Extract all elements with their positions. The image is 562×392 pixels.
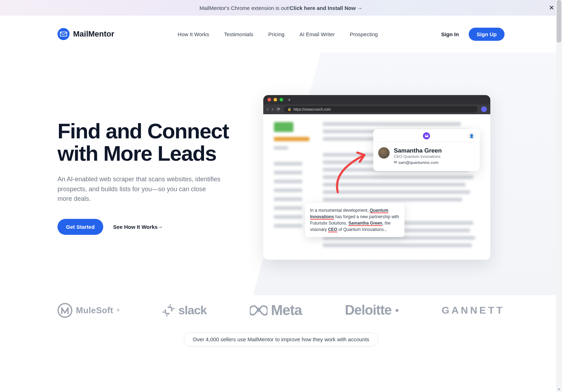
svg-rect-5 xyxy=(171,307,173,311)
tooltip-entity: Samantha Green xyxy=(348,221,382,226)
social-proof-row: Over 4,000 sellers use MailMentor to imp… xyxy=(0,325,562,360)
svg-rect-7 xyxy=(166,313,170,314)
contact-avatar xyxy=(378,147,390,159)
profile-avatar-icon xyxy=(481,106,487,112)
window-minimize-icon xyxy=(274,98,277,101)
sidebar-link xyxy=(274,180,302,183)
close-icon[interactable]: ✕ xyxy=(549,4,554,12)
article-highlight-tooltip: In a monumental development, Quantum Inn… xyxy=(305,203,404,237)
contact-title: CEO Quantum Innovations xyxy=(394,154,442,159)
logo-deloitte-text: Deloitte xyxy=(345,303,391,318)
social-proof-pill: Over 4,000 sellers use MailMentor to imp… xyxy=(184,332,378,346)
url-field: 🔒 https://newscrunch.com xyxy=(284,106,478,112)
sidebar-link xyxy=(274,224,302,228)
tooltip-text: of Quantum Innovations... xyxy=(337,227,387,232)
tooltip-text: In a monumental development, xyxy=(310,208,370,213)
nav-testimonials[interactable]: Testimonials xyxy=(224,31,254,37)
logo-meta: Meta xyxy=(250,302,302,318)
nav-how-it-works[interactable]: How It Works xyxy=(178,31,209,37)
announcement-banner: MailMentor's Chrome extension is out! Cl… xyxy=(0,0,562,16)
email-icon: ✉ xyxy=(394,160,397,165)
logo-text: MailMentor xyxy=(73,29,114,39)
sidebar-link xyxy=(274,162,302,166)
header-actions: Sign In Sign Up xyxy=(441,28,505,41)
svg-rect-4 xyxy=(170,304,171,306)
site-logo-placeholder xyxy=(274,122,293,132)
window-close-icon xyxy=(268,98,271,101)
logo-mulesoft-text: MuleSoft xyxy=(76,305,113,315)
browser-tabbar: + xyxy=(263,95,490,104)
reload-icon: ⟳ xyxy=(277,107,280,112)
sidebar-link xyxy=(274,215,302,219)
nav-prospecting[interactable]: Prospecting xyxy=(350,31,378,37)
window-maximize-icon xyxy=(280,98,283,101)
sidebar-link xyxy=(274,171,302,175)
banner-install-link[interactable]: Click here and Install Now → xyxy=(290,5,363,11)
deloitte-dot-icon xyxy=(396,309,398,312)
hero-title-line1: Find and Connect xyxy=(57,119,229,143)
logo-gannett: GANNETT xyxy=(442,305,505,316)
forward-icon: › xyxy=(272,107,273,112)
logo-slack: slack xyxy=(162,303,206,317)
logo-meta-text: Meta xyxy=(271,302,302,318)
browser-viewport: 👤 Samantha Green CEO Quantum Innovations… xyxy=(263,114,490,260)
sidebar-link xyxy=(274,206,302,210)
svg-rect-6 xyxy=(173,308,175,309)
site-header: MailMentor How It Works Testimonials Pri… xyxy=(50,16,512,53)
extension-header: 👤 xyxy=(378,133,475,142)
logo-gannett-text: GANNETT xyxy=(442,305,505,316)
hero-subtitle: An AI-enabled web scraper that scans web… xyxy=(57,175,221,204)
url-text: https://newscrunch.com xyxy=(293,107,331,111)
logo-deloitte: Deloitte xyxy=(345,303,398,318)
svg-rect-3 xyxy=(168,306,172,308)
hero-copy: Find and Connect with More Leads An AI-e… xyxy=(57,120,235,235)
hero-actions: Get Started See How It Works→ xyxy=(57,219,235,235)
extension-logo-icon xyxy=(423,132,430,139)
sidebar-link xyxy=(274,197,302,201)
main-nav: How It Works Testimonials Pricing AI Ema… xyxy=(178,31,378,37)
contact-name: Samantha Green xyxy=(394,147,442,154)
svg-rect-2 xyxy=(162,311,164,313)
signin-link[interactable]: Sign In xyxy=(441,31,459,37)
logo-icon xyxy=(57,28,70,40)
svg-rect-1 xyxy=(165,309,166,313)
svg-rect-8 xyxy=(166,315,167,316)
browser-addressbar: ‹ › ⟳ 🔒 https://newscrunch.com xyxy=(263,104,490,114)
nav-pricing[interactable]: Pricing xyxy=(268,31,285,37)
extension-popup: 👤 Samantha Green CEO Quantum Innovations… xyxy=(373,129,480,171)
hero-section: Find and Connect with More Leads An AI-e… xyxy=(0,53,562,295)
get-started-button[interactable]: Get Started xyxy=(57,219,103,235)
nav-ai-email-writer[interactable]: AI Email Writer xyxy=(299,31,335,37)
browser-mock: + ‹ › ⟳ 🔒 https://newscrunch.com xyxy=(263,95,490,260)
customer-logos-row: MuleSoft® slack Meta Deloitte GANNETT xyxy=(50,295,512,325)
hero-title: Find and Connect with More Leads xyxy=(57,120,235,165)
new-tab-icon: + xyxy=(288,97,291,103)
sidebar-heading xyxy=(274,137,309,141)
back-icon: ‹ xyxy=(267,107,268,112)
svg-point-0 xyxy=(58,303,72,317)
extension-user-avatar: 👤 xyxy=(468,133,475,139)
page-scrollbar[interactable]: ▴ ▾ xyxy=(556,0,562,360)
hero-title-line2: with More Leads xyxy=(57,142,216,165)
banner-text: MailMentor's Chrome extension is out! xyxy=(199,5,290,11)
tooltip-entity: CEO xyxy=(328,227,337,232)
sidebar-link xyxy=(274,188,302,192)
logo-mulesoft: MuleSoft® xyxy=(57,303,120,318)
logo-slack-text: slack xyxy=(178,303,206,317)
logo[interactable]: MailMentor xyxy=(57,28,114,40)
contact-email-row: ✉ sam@quantuminc.com xyxy=(394,160,475,165)
hero-illustration: + ‹ › ⟳ 🔒 https://newscrunch.com xyxy=(249,95,505,260)
contact-email: sam@quantuminc.com xyxy=(398,160,439,165)
sidebar-sub xyxy=(274,146,288,150)
scroll-thumb[interactable] xyxy=(557,0,561,43)
signup-button[interactable]: Sign Up xyxy=(469,28,505,41)
lock-icon: 🔒 xyxy=(287,107,291,111)
extension-contact-row: Samantha Green CEO Quantum Innovations xyxy=(378,147,475,159)
see-how-it-works-link[interactable]: See How It Works→ xyxy=(113,224,163,230)
